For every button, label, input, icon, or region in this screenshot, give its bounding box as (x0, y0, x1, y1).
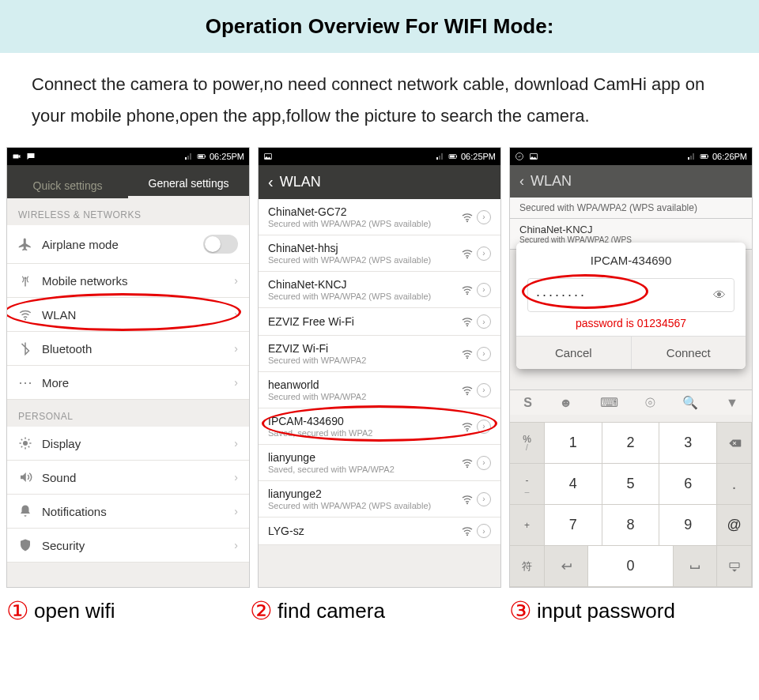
row-display[interactable]: Display › (7, 427, 249, 461)
key-return[interactable] (545, 546, 588, 587)
network-row[interactable]: EZVIZ Free Wi-Fi› (259, 308, 500, 336)
svg-point-4 (25, 277, 27, 280)
key-5[interactable]: 5 (602, 464, 660, 505)
cancel-button[interactable]: Cancel (516, 337, 631, 369)
network-detail-icon[interactable]: › (477, 314, 491, 329)
key-7[interactable]: 7 (545, 505, 602, 546)
wlan-header: ‹ WLAN (259, 165, 500, 199)
svg-point-6 (23, 441, 28, 446)
network-row[interactable]: ChinaNet-GC72Secured with WPA/WPA2 (WPS … (259, 199, 500, 235)
kb-cursor-icon[interactable]: ⦾ (645, 396, 655, 410)
dim-row: Secured with WPA/WPA2 (WPS available) (510, 198, 752, 219)
chevron-icon: › (234, 342, 238, 355)
wifi-icon (461, 315, 474, 328)
phone-wlan-list: 06:25PM ‹ WLAN ChinaNet-GC72Secured with… (258, 147, 501, 588)
tab-general-settings[interactable]: General settings (128, 177, 249, 198)
row-more[interactable]: ⋯ More › (7, 366, 249, 400)
step-text: find camera (278, 599, 385, 623)
bluetooth-icon (18, 341, 32, 356)
row-mobile-networks[interactable]: Mobile networks › (7, 264, 249, 298)
wifi-icon (461, 457, 474, 469)
key-0[interactable]: 0 (588, 546, 674, 587)
network-detail-icon[interactable]: › (477, 524, 491, 538)
key-1[interactable]: 1 (545, 423, 602, 464)
phone-settings: 06:25PM Quick settings General settings … (6, 147, 250, 588)
display-icon (18, 436, 32, 450)
row-notifications[interactable]: Notifications › (7, 495, 249, 529)
password-hint: password is 01234567 (516, 317, 746, 336)
key-4[interactable]: 4 (545, 464, 602, 505)
dialog-title: IPCAM-434690 (516, 243, 746, 278)
step-number: ③ (509, 596, 532, 626)
chevron-icon: › (234, 471, 238, 484)
network-name: IPCAM-434690 (268, 415, 461, 427)
key-side[interactable]: -_ (510, 464, 545, 505)
key-hide[interactable] (717, 546, 752, 587)
airplane-toggle[interactable] (203, 235, 238, 254)
key-side[interactable]: %/ (510, 423, 545, 464)
network-row[interactable]: ChinaNet-hhsjSecured with WPA/WPA2 (WPS … (259, 235, 500, 272)
key-symbol[interactable]: 符 (510, 546, 545, 587)
key-2[interactable]: 2 (602, 423, 660, 464)
key-dot[interactable]: . (717, 464, 752, 505)
tab-quick-settings[interactable]: Quick settings (7, 179, 128, 198)
key-side[interactable]: + (510, 505, 545, 546)
row-wlan[interactable]: WLAN › (7, 298, 249, 332)
shield-icon (18, 538, 32, 552)
kb-keyboard-icon[interactable]: ⌨ (600, 395, 618, 410)
status-time: 06:26PM (712, 152, 747, 161)
network-row[interactable]: heanworldSecured with WPA/WPA2› (259, 372, 500, 408)
row-label: Sound (42, 471, 225, 484)
network-row[interactable]: LYG-sz› (259, 517, 500, 545)
row-security[interactable]: Security › (7, 529, 249, 563)
row-bluetooth[interactable]: Bluetooth › (7, 332, 249, 366)
key-backspace[interactable] (717, 423, 752, 464)
keyboard-toolbar: S ☻ ⌨ ⦾ 🔍 ▼ (510, 390, 752, 415)
airplane-icon (18, 237, 32, 251)
key-6[interactable]: 6 (659, 464, 717, 505)
svg-rect-10 (450, 156, 455, 158)
connect-button[interactable]: Connect (631, 337, 746, 369)
chevron-icon: › (234, 505, 238, 517)
network-detail-icon[interactable]: › (477, 383, 491, 397)
row-airplane[interactable]: Airplane mode (7, 225, 249, 264)
network-row[interactable]: IPCAM-434690Saved, secured with WPA2› (259, 408, 500, 445)
network-row[interactable]: EZVIZ Wi-FiSecured with WPA/WPA2› (259, 336, 500, 372)
network-detail-icon[interactable]: › (477, 420, 491, 434)
network-row[interactable]: ChinaNet-KNCJSecured with WPA/WPA2 (WPS … (259, 272, 500, 308)
img-icon (263, 152, 273, 161)
instructions-text: Connect the camera to power,no need conn… (0, 53, 759, 147)
password-dots: ········ (536, 287, 587, 303)
kb-emoji-icon[interactable]: ☻ (559, 396, 572, 410)
key-9[interactable]: 9 (659, 505, 717, 546)
wifi-icon (461, 247, 474, 260)
network-detail-icon[interactable]: › (477, 210, 491, 224)
key-3[interactable]: 3 (659, 423, 717, 464)
key-8[interactable]: 8 (602, 505, 660, 546)
eye-icon[interactable]: 👁 (713, 288, 726, 303)
network-row[interactable]: lianyungeSaved, secured with WPA/WPA2› (259, 445, 500, 481)
captions-row: ① open wifi ② find camera ③ input passwo… (0, 588, 759, 642)
wifi-icon (18, 307, 32, 322)
camera-icon (12, 152, 21, 161)
network-detail-icon[interactable]: › (477, 283, 491, 297)
row-label: WLAN (42, 308, 225, 322)
chevron-icon: › (234, 308, 238, 321)
network-detail-icon[interactable]: › (477, 247, 491, 261)
battery-icon (197, 152, 206, 161)
key-at[interactable]: @ (717, 505, 752, 546)
row-label: Bluetooth (42, 342, 225, 356)
network-detail-icon[interactable]: › (477, 347, 491, 361)
kb-collapse-icon[interactable]: ▼ (726, 396, 738, 410)
chevron-icon: › (234, 274, 238, 287)
kb-s-icon[interactable]: S (523, 396, 532, 410)
key-space[interactable] (674, 546, 717, 587)
network-detail-icon[interactable]: › (477, 456, 491, 470)
network-detail-icon[interactable]: › (477, 492, 491, 506)
back-icon[interactable]: ‹ (268, 173, 274, 191)
kb-search-icon[interactable]: 🔍 (682, 395, 698, 410)
password-input[interactable]: ········ 👁 (527, 278, 734, 312)
network-row[interactable]: lianyunge2Secured with WPA/WPA2 (WPS ava… (259, 481, 500, 517)
row-sound[interactable]: Sound › (7, 461, 249, 495)
img-icon (529, 152, 538, 161)
